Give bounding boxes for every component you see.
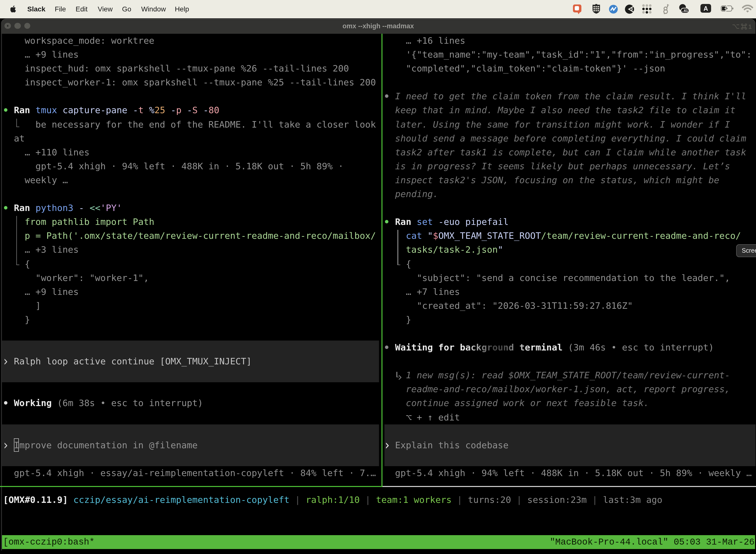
svg-text:..61: ..61 — [682, 8, 688, 12]
svg-text:A: A — [703, 5, 708, 12]
svg-text:1: 1 — [749, 23, 752, 30]
